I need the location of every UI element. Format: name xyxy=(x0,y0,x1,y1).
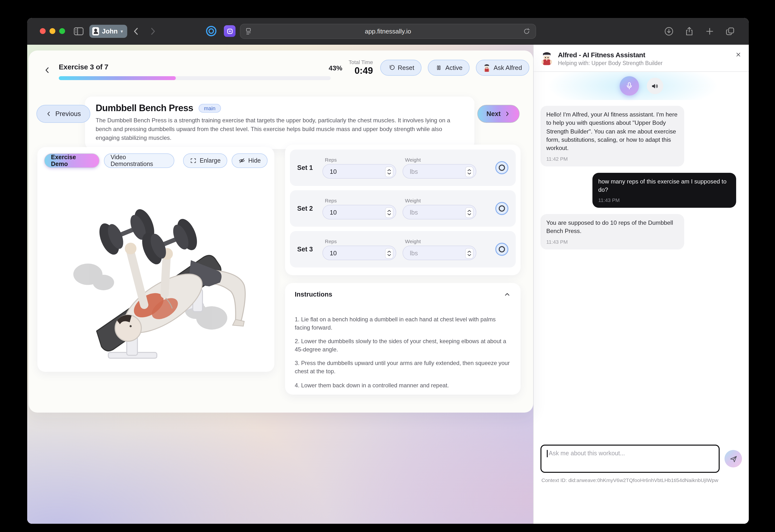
reps-label: Reps xyxy=(325,198,396,203)
set-complete-toggle[interactable] xyxy=(495,243,509,256)
minimize-window-button[interactable] xyxy=(50,28,55,34)
set-row-3: Set 3 Reps xyxy=(290,231,516,267)
reps-label: Reps xyxy=(325,238,396,244)
reload-icon[interactable] xyxy=(523,27,531,35)
reset-label: Reset xyxy=(398,64,414,71)
send-button[interactable] xyxy=(725,450,742,467)
set-row-2: Set 2 Reps xyxy=(290,190,516,227)
next-label: Next xyxy=(486,110,501,117)
enlarge-label: Enlarge xyxy=(199,157,220,164)
user-message: how many reps of this exercise am I supp… xyxy=(592,173,736,208)
reset-button[interactable]: Reset xyxy=(380,60,422,76)
set-complete-toggle[interactable] xyxy=(495,161,509,174)
reader-mode-icon[interactable] xyxy=(245,27,253,35)
chat-composer xyxy=(541,445,742,473)
collapse-chevron-icon[interactable] xyxy=(504,291,511,298)
reps-input[interactable] xyxy=(330,205,378,219)
chevron-down-icon: ▾ xyxy=(121,29,123,34)
set-row-1: Set 1 Reps xyxy=(290,150,516,186)
set-complete-toggle[interactable] xyxy=(495,202,509,215)
zoom-window-button[interactable] xyxy=(59,28,65,34)
forward-button[interactable] xyxy=(148,26,158,36)
reps-stepper[interactable] xyxy=(385,166,393,177)
weight-input[interactable] xyxy=(410,246,459,260)
weight-stepper[interactable] xyxy=(465,207,474,218)
profile-name: John xyxy=(102,28,118,35)
enlarge-button[interactable]: Enlarge xyxy=(183,153,227,168)
chat-input-box[interactable] xyxy=(541,445,720,473)
new-tab-icon[interactable] xyxy=(705,26,715,36)
text-caret xyxy=(547,450,548,457)
weight-input[interactable] xyxy=(410,165,459,178)
sets-panel: Set 1 Reps xyxy=(285,145,521,275)
set-label: Set 1 xyxy=(297,164,322,171)
share-icon[interactable] xyxy=(684,26,694,36)
profile-button[interactable]: John ▾ xyxy=(89,25,127,38)
reps-stepper[interactable] xyxy=(385,207,393,218)
tab-exercise-demo[interactable]: Exercise Demo xyxy=(44,153,100,168)
window-controls xyxy=(40,28,65,34)
chat-messages: Hello! I'm Alfred, your AI fitness assis… xyxy=(534,100,749,249)
weight-stepper[interactable] xyxy=(465,248,474,258)
workout-progress-bar xyxy=(59,76,331,80)
weight-label: Weight xyxy=(405,157,476,163)
header-back-button[interactable] xyxy=(43,66,51,74)
close-window-button[interactable] xyxy=(40,28,46,34)
instruction-step: 3. Press the dumbbells upward until your… xyxy=(295,359,511,376)
downloads-icon[interactable] xyxy=(664,26,674,36)
weight-stepper[interactable] xyxy=(465,166,474,177)
microphone-icon xyxy=(625,82,634,90)
weight-input[interactable] xyxy=(410,205,459,219)
active-toggle-button[interactable]: Active xyxy=(428,60,470,76)
reps-input[interactable] xyxy=(330,246,378,260)
exercise-type-badge: main xyxy=(199,104,221,113)
set-label: Set 3 xyxy=(297,246,322,253)
pause-icon xyxy=(435,64,443,71)
message-text: You are supposed to do 10 reps of the Du… xyxy=(546,219,678,236)
exercise-title-card: Dumbbell Bench Press main The Dumbbell B… xyxy=(85,97,475,149)
reps-stepper[interactable] xyxy=(385,248,393,258)
message-time: 11:42 PM xyxy=(546,155,678,162)
browser-extension-icon[interactable] xyxy=(224,25,235,37)
ask-alfred-button[interactable]: Ask Alfred xyxy=(476,60,529,76)
instruction-step: 2. Lower the dumbbells slowly to the sid… xyxy=(295,337,511,354)
password-manager-extension-icon[interactable] xyxy=(205,25,217,37)
alfred-butler-icon xyxy=(484,63,491,72)
address-bar[interactable]: app.fitnessally.io xyxy=(240,24,536,39)
progress-percent: 43% xyxy=(329,64,342,72)
workout-page: Exercise 3 of 7 43% Total Time 0:49 Rese… xyxy=(27,45,533,524)
sidebar-toggle-icon[interactable] xyxy=(73,27,84,36)
exercise-demo-illustration xyxy=(49,175,263,369)
assistant-title: Alfred - AI Fitness Assistant xyxy=(558,51,663,59)
speaker-button[interactable] xyxy=(647,78,663,94)
total-time: Total Time 0:49 xyxy=(349,59,373,76)
microphone-button[interactable] xyxy=(619,76,639,96)
total-time-value: 0:49 xyxy=(349,66,373,76)
tab-overview-icon[interactable] xyxy=(725,26,735,36)
reps-label: Reps xyxy=(325,157,396,163)
browser-window: John ▾ app.fitnessally.io xyxy=(27,18,749,524)
previous-label: Previous xyxy=(55,110,81,117)
hide-button[interactable]: Hide xyxy=(232,153,267,168)
reps-input[interactable] xyxy=(330,165,378,178)
exercise-demo-card: Exercise Demo Video Demonstrations Enlar… xyxy=(37,147,274,372)
back-button[interactable] xyxy=(131,26,141,36)
eye-off-icon xyxy=(239,157,245,164)
tab-video-demonstrations[interactable]: Video Demonstrations xyxy=(104,153,174,168)
total-time-label: Total Time xyxy=(349,59,373,65)
profile-card-icon xyxy=(92,27,99,35)
message-time: 11:43 PM xyxy=(598,197,730,204)
chat-input[interactable] xyxy=(542,446,719,472)
workout-board: Exercise 3 of 7 43% Total Time 0:49 Rese… xyxy=(29,50,533,413)
instructions-title: Instructions xyxy=(295,291,332,298)
next-exercise-button[interactable]: Next xyxy=(477,105,520,123)
reset-icon xyxy=(388,64,395,71)
previous-exercise-button[interactable]: Previous xyxy=(36,105,90,123)
ask-alfred-label: Ask Alfred xyxy=(494,64,522,71)
set-label: Set 2 xyxy=(297,205,322,212)
screen: John ▾ app.fitnessally.io xyxy=(0,0,775,532)
assistant-message: Hello! I'm Alfred, your AI fitness assis… xyxy=(541,106,684,166)
chevron-right-icon xyxy=(504,111,510,117)
instructions-panel: Instructions 1. Lie flat on a bench hold… xyxy=(285,283,521,395)
close-icon[interactable] xyxy=(735,51,742,58)
